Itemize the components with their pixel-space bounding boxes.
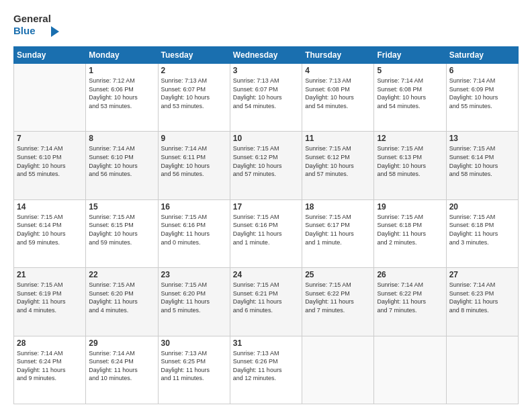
calendar-cell: 7Sunrise: 7:14 AM Sunset: 6:10 PM Daylig…	[14, 132, 86, 199]
col-header-monday: Monday	[86, 47, 158, 64]
day-number: 1	[89, 66, 154, 75]
col-header-sunday: Sunday	[14, 47, 86, 64]
calendar-cell: 12Sunrise: 7:15 AM Sunset: 6:13 PM Dayli…	[374, 132, 446, 199]
day-info: Sunrise: 7:15 AM Sunset: 6:17 PM Dayligh…	[305, 213, 371, 246]
calendar-cell: 4Sunrise: 7:13 AM Sunset: 6:08 PM Daylig…	[302, 64, 374, 132]
logo: GeneralBlue	[13, 10, 60, 40]
calendar-cell: 10Sunrise: 7:15 AM Sunset: 6:12 PM Dayli…	[230, 132, 302, 199]
day-info: Sunrise: 7:15 AM Sunset: 6:14 PM Dayligh…	[17, 213, 83, 246]
day-number: 22	[89, 270, 154, 279]
calendar-week-1: 1Sunrise: 7:12 AM Sunset: 6:06 PM Daylig…	[14, 64, 519, 132]
day-info: Sunrise: 7:15 AM Sunset: 6:18 PM Dayligh…	[377, 213, 443, 246]
calendar-cell: 22Sunrise: 7:15 AM Sunset: 6:20 PM Dayli…	[86, 268, 158, 336]
calendar-cell	[446, 336, 518, 404]
day-number: 13	[449, 134, 515, 143]
day-info: Sunrise: 7:15 AM Sunset: 6:22 PM Dayligh…	[305, 281, 371, 314]
calendar-cell: 27Sunrise: 7:14 AM Sunset: 6:23 PM Dayli…	[446, 268, 518, 336]
calendar-cell: 14Sunrise: 7:15 AM Sunset: 6:14 PM Dayli…	[14, 199, 86, 267]
col-header-friday: Friday	[374, 47, 446, 64]
day-info: Sunrise: 7:14 AM Sunset: 6:08 PM Dayligh…	[377, 77, 443, 110]
logo-svg: GeneralBlue	[13, 10, 60, 40]
calendar-cell: 31Sunrise: 7:13 AM Sunset: 6:26 PM Dayli…	[230, 336, 302, 404]
day-info: Sunrise: 7:14 AM Sunset: 6:10 PM Dayligh…	[17, 144, 83, 178]
svg-marker-2	[51, 26, 59, 37]
day-number: 19	[377, 202, 443, 212]
calendar-cell	[374, 336, 446, 404]
day-info: Sunrise: 7:15 AM Sunset: 6:12 PM Dayligh…	[233, 144, 299, 178]
day-number: 4	[305, 66, 371, 75]
calendar-header-row: SundayMondayTuesdayWednesdayThursdayFrid…	[14, 47, 519, 64]
svg-text:Blue: Blue	[13, 25, 36, 36]
calendar-cell: 18Sunrise: 7:15 AM Sunset: 6:17 PM Dayli…	[302, 199, 374, 267]
day-number: 2	[161, 66, 227, 75]
col-header-saturday: Saturday	[446, 47, 518, 64]
calendar-cell: 30Sunrise: 7:13 AM Sunset: 6:25 PM Dayli…	[158, 336, 230, 404]
day-number: 5	[377, 66, 443, 75]
day-number: 20	[449, 202, 515, 212]
day-info: Sunrise: 7:14 AM Sunset: 6:22 PM Dayligh…	[377, 281, 443, 314]
day-info: Sunrise: 7:15 AM Sunset: 6:16 PM Dayligh…	[233, 213, 299, 246]
col-header-tuesday: Tuesday	[158, 47, 230, 64]
day-info: Sunrise: 7:14 AM Sunset: 6:24 PM Dayligh…	[89, 349, 154, 383]
day-info: Sunrise: 7:13 AM Sunset: 6:25 PM Dayligh…	[161, 349, 227, 383]
day-number: 31	[233, 338, 299, 348]
header: GeneralBlue	[13, 10, 519, 40]
day-info: Sunrise: 7:12 AM Sunset: 6:06 PM Dayligh…	[89, 77, 154, 110]
day-number: 30	[161, 338, 227, 348]
day-number: 9	[161, 134, 227, 143]
day-info: Sunrise: 7:13 AM Sunset: 6:07 PM Dayligh…	[233, 77, 299, 110]
calendar-cell	[14, 64, 86, 132]
day-info: Sunrise: 7:15 AM Sunset: 6:21 PM Dayligh…	[233, 281, 299, 314]
day-number: 17	[233, 202, 299, 212]
day-info: Sunrise: 7:13 AM Sunset: 6:08 PM Dayligh…	[305, 77, 371, 110]
day-info: Sunrise: 7:14 AM Sunset: 6:09 PM Dayligh…	[449, 77, 515, 110]
svg-text:General: General	[13, 13, 51, 24]
calendar-cell: 1Sunrise: 7:12 AM Sunset: 6:06 PM Daylig…	[86, 64, 158, 132]
day-number: 6	[449, 66, 515, 75]
day-number: 7	[17, 134, 83, 143]
calendar-table: SundayMondayTuesdayWednesdayThursdayFrid…	[13, 46, 519, 404]
day-number: 27	[449, 270, 515, 279]
day-info: Sunrise: 7:15 AM Sunset: 6:12 PM Dayligh…	[305, 144, 371, 178]
day-number: 8	[89, 134, 154, 143]
day-number: 15	[89, 202, 154, 212]
day-info: Sunrise: 7:15 AM Sunset: 6:13 PM Dayligh…	[377, 144, 443, 178]
day-info: Sunrise: 7:15 AM Sunset: 6:19 PM Dayligh…	[17, 281, 83, 314]
calendar-cell: 23Sunrise: 7:15 AM Sunset: 6:20 PM Dayli…	[158, 268, 230, 336]
calendar-cell: 20Sunrise: 7:15 AM Sunset: 6:18 PM Dayli…	[446, 199, 518, 267]
day-info: Sunrise: 7:15 AM Sunset: 6:20 PM Dayligh…	[89, 281, 154, 314]
col-header-wednesday: Wednesday	[230, 47, 302, 64]
day-number: 14	[17, 202, 83, 212]
calendar-week-3: 14Sunrise: 7:15 AM Sunset: 6:14 PM Dayli…	[14, 199, 519, 267]
calendar-cell: 28Sunrise: 7:14 AM Sunset: 6:24 PM Dayli…	[14, 336, 86, 404]
calendar-cell: 26Sunrise: 7:14 AM Sunset: 6:22 PM Dayli…	[374, 268, 446, 336]
calendar-cell: 13Sunrise: 7:15 AM Sunset: 6:14 PM Dayli…	[446, 132, 518, 199]
day-info: Sunrise: 7:13 AM Sunset: 6:07 PM Dayligh…	[161, 77, 227, 110]
day-number: 10	[233, 134, 299, 143]
calendar-cell: 29Sunrise: 7:14 AM Sunset: 6:24 PM Dayli…	[86, 336, 158, 404]
day-info: Sunrise: 7:13 AM Sunset: 6:26 PM Dayligh…	[233, 349, 299, 383]
day-info: Sunrise: 7:15 AM Sunset: 6:20 PM Dayligh…	[161, 281, 227, 314]
day-number: 21	[17, 270, 83, 279]
calendar-cell: 15Sunrise: 7:15 AM Sunset: 6:15 PM Dayli…	[86, 199, 158, 267]
calendar-cell: 16Sunrise: 7:15 AM Sunset: 6:16 PM Dayli…	[158, 199, 230, 267]
calendar-cell: 25Sunrise: 7:15 AM Sunset: 6:22 PM Dayli…	[302, 268, 374, 336]
day-number: 25	[305, 270, 371, 279]
day-number: 3	[233, 66, 299, 75]
calendar-cell: 8Sunrise: 7:14 AM Sunset: 6:10 PM Daylig…	[86, 132, 158, 199]
calendar-week-2: 7Sunrise: 7:14 AM Sunset: 6:10 PM Daylig…	[14, 132, 519, 199]
day-number: 12	[377, 134, 443, 143]
calendar-cell: 21Sunrise: 7:15 AM Sunset: 6:19 PM Dayli…	[14, 268, 86, 336]
calendar-cell: 24Sunrise: 7:15 AM Sunset: 6:21 PM Dayli…	[230, 268, 302, 336]
page: GeneralBlue SundayMondayTuesdayWednesday…	[0, 0, 532, 411]
calendar-cell: 3Sunrise: 7:13 AM Sunset: 6:07 PM Daylig…	[230, 64, 302, 132]
day-info: Sunrise: 7:14 AM Sunset: 6:24 PM Dayligh…	[17, 349, 83, 383]
day-info: Sunrise: 7:15 AM Sunset: 6:18 PM Dayligh…	[449, 213, 515, 246]
day-info: Sunrise: 7:14 AM Sunset: 6:23 PM Dayligh…	[449, 281, 515, 314]
calendar-week-4: 21Sunrise: 7:15 AM Sunset: 6:19 PM Dayli…	[14, 268, 519, 336]
calendar-cell: 19Sunrise: 7:15 AM Sunset: 6:18 PM Dayli…	[374, 199, 446, 267]
day-number: 24	[233, 270, 299, 279]
day-info: Sunrise: 7:14 AM Sunset: 6:11 PM Dayligh…	[161, 144, 227, 178]
calendar-cell: 5Sunrise: 7:14 AM Sunset: 6:08 PM Daylig…	[374, 64, 446, 132]
calendar-cell: 6Sunrise: 7:14 AM Sunset: 6:09 PM Daylig…	[446, 64, 518, 132]
